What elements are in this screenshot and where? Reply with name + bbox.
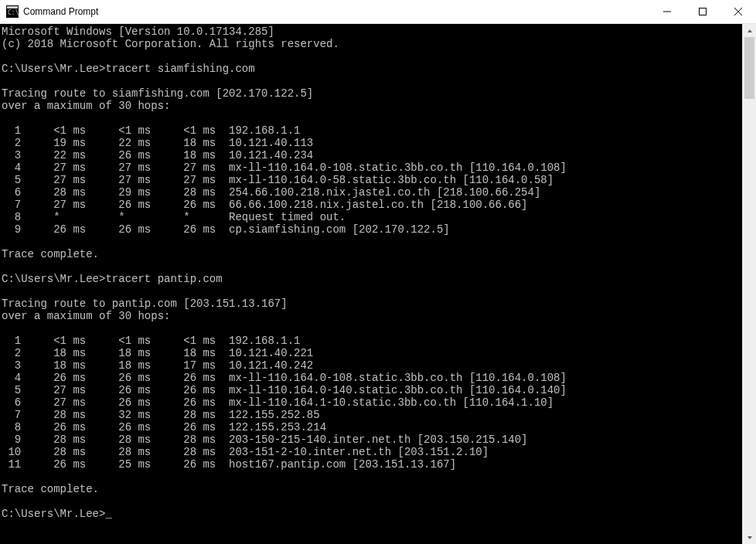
svg-marker-7 — [747, 29, 752, 32]
svg-marker-8 — [747, 536, 752, 539]
scroll-down-button[interactable] — [743, 531, 756, 544]
window-title: Command Prompt — [23, 6, 649, 17]
minimize-button[interactable] — [649, 0, 685, 23]
command-prompt-window: C:\ Command Prompt Microsoft Windows [Ve… — [0, 0, 756, 544]
svg-text:C:\: C:\ — [8, 9, 19, 16]
close-icon — [734, 8, 742, 15]
chevron-up-icon — [747, 28, 753, 34]
maximize-icon — [699, 8, 707, 15]
app-icon: C:\ — [6, 5, 19, 18]
svg-rect-4 — [700, 8, 707, 15]
scrollbar-track[interactable] — [743, 37, 756, 531]
scrollbar-thumb[interactable] — [744, 37, 754, 99]
scroll-up-button[interactable] — [743, 24, 756, 37]
vertical-scrollbar[interactable] — [742, 24, 756, 544]
client-area: Microsoft Windows [Version 10.0.17134.28… — [0, 24, 756, 544]
maximize-button[interactable] — [685, 0, 720, 23]
minimize-icon — [663, 8, 671, 15]
svg-rect-1 — [7, 6, 18, 8]
window-controls — [649, 0, 756, 23]
close-button[interactable] — [720, 0, 756, 23]
chevron-down-icon — [747, 535, 753, 541]
terminal-output[interactable]: Microsoft Windows [Version 10.0.17134.28… — [0, 24, 742, 544]
titlebar[interactable]: C:\ Command Prompt — [0, 0, 756, 24]
